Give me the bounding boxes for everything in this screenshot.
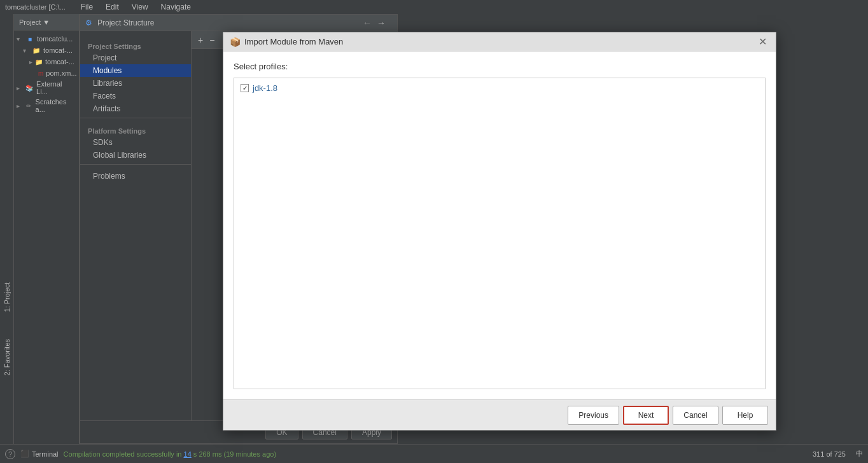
tree-arrow: ▸ — [17, 102, 22, 109]
nav-back-button[interactable]: ← — [361, 18, 373, 28]
folder-icon: 📁 — [35, 57, 43, 66]
cancel-dialog-button[interactable]: Cancel — [673, 406, 718, 425]
menu-item-edit[interactable]: Edit — [103, 1, 122, 13]
tree-item-scratches[interactable]: ▸ ✏ Scratches a... — [14, 97, 79, 114]
maven-icon: m — [38, 69, 43, 78]
ps-nav-modules[interactable]: Modules — [80, 64, 191, 77]
ps-nav-libraries[interactable]: Libraries — [80, 77, 191, 90]
ps-nav-global-libraries[interactable]: Global Libraries — [80, 149, 191, 162]
ps-title: Project Structure — [97, 18, 154, 27]
module-icon: ■ — [25, 34, 34, 43]
tree-item-tomcat2[interactable]: ▸ 📁 tomcat-... — [14, 56, 79, 67]
tree-label-externallibs: External Li... — [36, 80, 74, 95]
tree-item-tomcatcluster[interactable]: ▾ ■ tomcatclu... — [14, 33, 79, 45]
ps-icon: ⚙ — [85, 18, 92, 27]
ps-nav-artifacts[interactable]: Artifacts — [80, 102, 191, 115]
profiles-list: ✓ jdk-1.8 — [234, 78, 766, 389]
menu-item-navigate[interactable]: Navigate — [158, 1, 193, 13]
left-sidebar: 1: Project 2: Favorites — [0, 14, 14, 444]
ps-nav-sdks[interactable]: SDKs — [80, 136, 191, 149]
profile-checkbox-jdk18[interactable]: ✓ — [241, 84, 249, 92]
profile-label-jdk18: jdk-1.8 — [253, 83, 277, 93]
dialog-icon: 📦 — [230, 37, 241, 47]
tree-arrow: ▾ — [17, 36, 23, 43]
add-button[interactable]: + — [195, 34, 206, 46]
ps-title-bar: ⚙ Project Structure ← → — [80, 15, 397, 31]
scratches-icon: ✏ — [25, 101, 33, 110]
tree-arrow: ▾ — [23, 47, 29, 54]
ps-nav-problems[interactable]: Problems — [80, 170, 191, 183]
app-title: tomcatcluster [C:\... — [5, 3, 66, 11]
tree-item-externallibs[interactable]: ▸ 📚 External Li... — [14, 79, 79, 97]
terminal-label: Terminal — [32, 450, 59, 458]
library-icon: 📚 — [25, 83, 34, 92]
status-position: 311 of 725 — [813, 450, 846, 458]
help-icon[interactable]: ? — [5, 449, 15, 459]
tree-label-tomcat2: tomcat-... — [45, 58, 74, 66]
next-button[interactable]: Next — [623, 406, 669, 425]
project-panel: Project ▼ ▾ ■ tomcatclu... ▾ 📁 tomcat-..… — [14, 14, 80, 444]
nav-arrows: ← → — [361, 18, 387, 28]
remove-button[interactable]: − — [207, 34, 217, 46]
ps-nav-facets[interactable]: Facets — [80, 90, 191, 102]
ps-nav-section-project-settings: Project Settings — [80, 39, 191, 52]
status-message: Compilation completed successfully in 14… — [64, 450, 808, 458]
tree-label-tomcat1: tomcat-... — [43, 46, 73, 54]
tree-label-scratches: Scratches a... — [36, 98, 74, 113]
ps-nav-section-platform-settings: Platform Settings — [80, 123, 191, 136]
nav-forward-button[interactable]: → — [375, 18, 387, 28]
import-dialog: 📦 Import Module from Maven ✕ Select prof… — [223, 32, 776, 431]
dialog-title: Import Module from Maven — [244, 37, 343, 46]
dialog-body: Select profiles: ✓ jdk-1.8 — [223, 52, 776, 399]
profile-item-jdk18: ✓ jdk-1.8 — [238, 82, 761, 94]
dialog-close-button[interactable]: ✕ — [756, 36, 769, 48]
dialog-title-content: 📦 Import Module from Maven — [230, 37, 343, 47]
menu-item-file[interactable]: File — [78, 1, 95, 13]
terminal-icon: ⬛ — [20, 450, 29, 458]
lang-indicator: 中 — [856, 449, 863, 459]
dialog-title-bar: 📦 Import Module from Maven ✕ — [223, 32, 776, 52]
terminal-tab[interactable]: ⬛ Terminal — [20, 450, 59, 458]
menu-item-view[interactable]: View — [129, 1, 151, 13]
project-panel-header: Project ▼ — [14, 14, 79, 31]
tree-arrow: ▸ — [17, 85, 23, 92]
status-text: Compilation completed successfully in — [64, 450, 182, 458]
tree-label-pomxml: pom.xm... — [46, 69, 76, 77]
menu-bar: tomcatcluster [C:\... File Edit View Nav… — [0, 0, 868, 14]
sidebar-label-project: 1: Project — [1, 277, 13, 317]
tree-item-tomcat1[interactable]: ▾ 📁 tomcat-... — [14, 45, 79, 56]
tree-arrow: ▸ — [29, 59, 32, 66]
tree-item-pomxml[interactable]: m pom.xm... — [14, 67, 79, 79]
project-panel-title: Project ▼ — [19, 18, 50, 26]
sidebar-label-favorites: 2: Favorites — [1, 334, 13, 380]
help-button[interactable]: Help — [722, 406, 768, 425]
tree-label-tomcatcluster: tomcatclu... — [37, 35, 73, 43]
project-tree: ▾ ■ tomcatclu... ▾ 📁 tomcat-... ▸ 📁 tomc… — [14, 31, 79, 117]
ps-nav: Project Settings Project Modules Librari… — [80, 31, 192, 420]
status-unit: s 268 ms (19 minutes ago) — [193, 450, 276, 458]
ps-nav-project[interactable]: Project — [80, 52, 191, 64]
folder-icon: 📁 — [32, 46, 41, 55]
dialog-section-title: Select profiles: — [234, 62, 766, 71]
status-time-link[interactable]: 14 — [184, 450, 192, 458]
status-bar: ? ⬛ Terminal Compilation completed succe… — [0, 444, 868, 463]
previous-button[interactable]: Previous — [568, 406, 619, 425]
dialog-footer: Previous Next Cancel Help — [223, 399, 776, 430]
